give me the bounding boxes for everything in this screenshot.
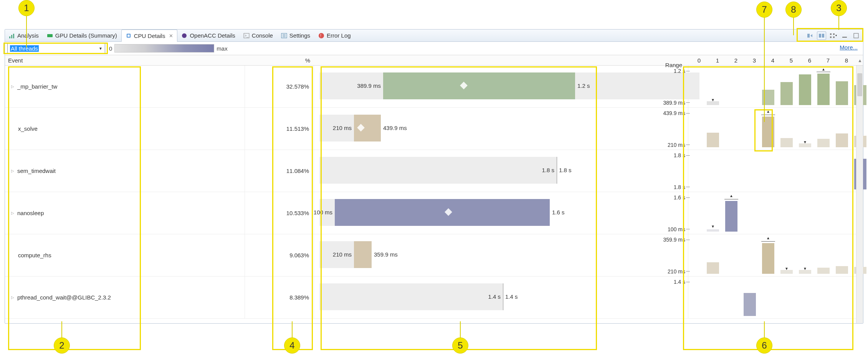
error-icon: ! — [318, 33, 324, 39]
thread-hdr-5[interactable]: 5 — [782, 57, 800, 64]
thread-bar: ▲ — [761, 108, 776, 150]
view-btn-1[interactable] — [805, 31, 815, 40]
gpu-icon — [47, 33, 53, 39]
callout-3: 3 — [831, 0, 847, 16]
svg-text:>_: >_ — [245, 34, 249, 38]
range-cell: 100 ms1.6 s — [314, 192, 688, 234]
callout-2: 2 — [54, 337, 70, 354]
event-cell[interactable]: x_solve — [5, 108, 245, 150]
scroll-up-icon[interactable]: ▲ — [858, 58, 862, 63]
tab-settings[interactable]: Settings — [277, 30, 314, 41]
marker-icon: ▼ — [803, 140, 807, 144]
expand-icon[interactable]: ▷ — [11, 211, 14, 215]
tab-console[interactable]: >_ Console — [240, 30, 277, 41]
percent-cell: 8.389% — [245, 276, 314, 318]
event-cell[interactable]: ▷_mp_barrier_tw — [5, 66, 245, 107]
thread-filter-select[interactable]: All threads ▼ — [7, 43, 105, 54]
table-body: ▷_mp_barrier_tw32.578%389.9 ms1.2 s1.2 s… — [5, 66, 863, 323]
maximize-btn[interactable] — [851, 31, 861, 40]
svg-rect-5 — [127, 35, 130, 37]
vertical-scrollbar[interactable] — [856, 66, 863, 323]
thread-bar — [797, 66, 813, 107]
thread-hdr-7[interactable]: 7 — [819, 57, 837, 64]
table-row[interactable]: x_solve11.513%210 ms439.9 ms439.9 ms210 … — [5, 108, 863, 150]
tab-gpu-details[interactable]: GPU Details (Summary) — [43, 30, 121, 41]
thread-bar — [705, 234, 721, 276]
thread-hdr-6[interactable]: 6 — [800, 57, 819, 64]
thread-bar — [742, 276, 757, 318]
select-value: All threads — [10, 45, 39, 52]
event-name: x_solve — [18, 125, 38, 132]
event-cell[interactable]: ▷sem_timedwait — [5, 150, 245, 192]
tab-analysis[interactable]: Analysis — [5, 30, 43, 41]
expand-icon[interactable]: ▷ — [11, 84, 14, 89]
thread-bar: ▲ — [724, 192, 739, 234]
marker-icon: ▲ — [766, 236, 770, 240]
table-row[interactable]: ▷nanosleep10.533%100 ms1.6 s1.6 s100 ms▼… — [5, 192, 863, 234]
table-row[interactable]: ▷pthread_cond_wait@@GLIBC_2.3.28.389%1.4… — [5, 276, 863, 319]
toolbar-right: ▾ — [805, 30, 861, 41]
range-max-label: 1.2 s — [575, 82, 590, 89]
table-row[interactable]: ▷sem_timedwait11.084%1.8 s1.8 s1.8 s1.8 … — [5, 150, 863, 192]
thread-bar: ▼ — [797, 108, 813, 150]
svg-rect-1 — [11, 35, 12, 38]
tab-error-log[interactable]: ! Error Log — [314, 30, 355, 41]
range-cell: 210 ms359.9 ms — [314, 234, 688, 276]
thread-hdr-2[interactable]: 2 — [727, 57, 745, 64]
range-max-label: 1.6 s — [550, 209, 565, 216]
scrollbar-thumb[interactable] — [857, 73, 862, 96]
color-legend: 0 max — [109, 44, 228, 53]
range-cell: 389.9 ms1.2 s — [314, 66, 688, 107]
marker-icon: ▼ — [803, 267, 807, 271]
view-btn-2[interactable] — [817, 31, 826, 40]
tab-label: Error Log — [327, 32, 351, 39]
thread-bot-label: 1.8 s — [659, 184, 685, 190]
thread-bar — [816, 234, 831, 276]
tab-cpu-details[interactable]: CPU Details ✕ — [121, 30, 178, 42]
thread-bar: ▼ — [779, 234, 794, 276]
thread-bar — [834, 66, 850, 107]
marker-icon: ▼ — [711, 98, 715, 102]
more-link[interactable]: More... — [840, 44, 858, 51]
expand-icon[interactable]: ▷ — [11, 295, 14, 299]
thread-hdr-4[interactable]: 4 — [764, 57, 782, 64]
thread-top-label: 1.8 s — [659, 152, 685, 158]
range-cell: 210 ms439.9 ms — [314, 108, 688, 150]
thread-bot-label: 210 ms — [659, 142, 685, 148]
event-cell[interactable]: compute_rhs — [5, 234, 245, 276]
table-row[interactable]: compute_rhs9.063%210 ms359.9 ms359.9 ms2… — [5, 234, 863, 276]
callout-8: 8 — [785, 2, 802, 18]
callout-1: 1 — [18, 0, 35, 16]
range-min-label: 100 ms — [314, 209, 335, 216]
thread-hdr-0[interactable]: 0 — [690, 57, 708, 64]
event-name: _mp_barrier_tw — [17, 83, 57, 90]
threads-cell: 1.2 s389.9 ms▼▲ — [688, 66, 863, 107]
thread-bar — [834, 234, 850, 276]
thread-bar: ▲ — [816, 66, 831, 107]
thread-hdr-8[interactable]: 8 — [837, 57, 856, 64]
cpu-details-panel: Analysis GPU Details (Summary) CPU Detai… — [5, 29, 863, 324]
table-row[interactable]: ▷_mp_barrier_tw32.578%389.9 ms1.2 s1.2 s… — [5, 66, 863, 108]
thread-bar: ▼ — [797, 234, 813, 276]
thread-bot-label: 210 ms — [659, 268, 685, 275]
tab-openacc-details[interactable]: OpenACC Details — [177, 30, 239, 41]
thread-bot-label: 389.9 ms — [659, 100, 685, 106]
event-cell[interactable]: ▷nanosleep — [5, 192, 245, 234]
tab-label: CPU Details — [134, 33, 165, 39]
range-max-label: 359.9 ms — [372, 251, 398, 258]
event-name: nanosleep — [17, 210, 44, 216]
event-cell[interactable]: ▷pthread_cond_wait@@GLIBC_2.3.2 — [5, 276, 245, 318]
thread-hdr-3[interactable]: 3 — [745, 57, 764, 64]
event-name: pthread_cond_wait@@GLIBC_2.3.2 — [17, 294, 111, 301]
view-menu-btn[interactable]: ▾ — [828, 31, 838, 40]
header-event[interactable]: Event — [5, 57, 245, 64]
thread-hdr-1[interactable]: 1 — [708, 57, 727, 64]
thread-bar — [761, 66, 776, 107]
close-icon[interactable]: ✕ — [169, 33, 173, 39]
tab-label: Settings — [289, 32, 310, 39]
tab-label: GPU Details (Summary) — [55, 32, 117, 39]
thread-top-label: 439.9 ms — [659, 110, 685, 116]
expand-icon[interactable]: ▷ — [11, 169, 14, 173]
header-pct[interactable]: % — [245, 57, 314, 64]
minimize-btn[interactable] — [840, 31, 849, 40]
